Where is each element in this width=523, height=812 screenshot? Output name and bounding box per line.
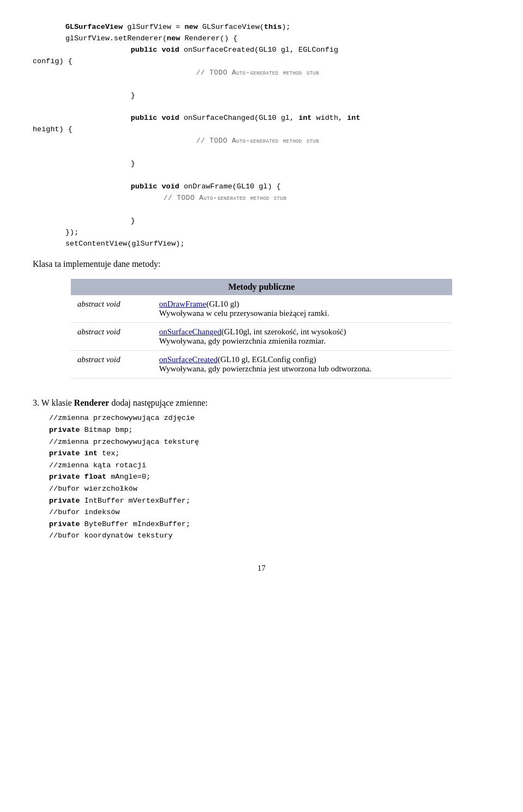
- method-link-onsurfacecreated[interactable]: onSurfaceCreated: [159, 355, 217, 364]
- table-row: abstract void onSurfaceChanged(GL10gl, i…: [71, 323, 452, 351]
- page-number: 17: [33, 564, 490, 573]
- table-cell-modifier-1: abstract void: [71, 295, 153, 323]
- method-desc-1: Wywoływana w celu przerysowania bieżącej…: [159, 309, 329, 318]
- table-header: Metody publiczne: [71, 279, 452, 295]
- code-block-top: GLSurfaceView glSurfView = new GLSurface…: [33, 22, 490, 249]
- method-sig-2: (GL10gl, int szerokość, int wysokość): [221, 327, 346, 336]
- section-number-3: 3. W klasie Renderer dodaj następujące z…: [33, 398, 490, 408]
- table-row: abstract void onSurfaceCreated(GL10 gl, …: [71, 351, 452, 378]
- renderer-bold: Renderer: [74, 398, 110, 407]
- table-cell-modifier-3: abstract void: [71, 351, 153, 378]
- table-cell-modifier-2: abstract void: [71, 323, 153, 351]
- prose-klasa: Klasa ta implementuje dane metody:: [33, 259, 490, 269]
- code-block-section3: //zmienna przechowywująca zdjęcie privat…: [49, 412, 490, 542]
- table-row: abstract void onDrawFrame(GL10 gl) Wywoł…: [71, 295, 452, 323]
- method-link-onsurfacechanged[interactable]: onSurfaceChanged: [159, 327, 221, 336]
- table-cell-desc-2: onSurfaceChanged(GL10gl, int szerokość, …: [153, 323, 452, 351]
- method-link-ondrawframe[interactable]: onDrawFrame: [159, 300, 206, 308]
- methods-table: Metody publiczne abstract void onDrawFra…: [71, 279, 452, 378]
- method-desc-2: Wywoływana, gdy powierzchnia zmieniła ro…: [159, 337, 326, 345]
- section-3: 3. W klasie Renderer dodaj następujące z…: [33, 398, 490, 542]
- table-cell-desc-3: onSurfaceCreated(GL10 gl, EGLConfig conf…: [153, 351, 452, 378]
- table-cell-desc-1: onDrawFrame(GL10 gl) Wywoływana w celu p…: [153, 295, 452, 323]
- method-sig-1: (GL10 gl): [206, 300, 239, 308]
- method-sig-3: (GL10 gl, EGLConfig config): [217, 355, 316, 364]
- page-content: GLSurfaceView glSurfView = new GLSurface…: [0, 0, 523, 606]
- method-desc-3: Wywoływana, gdy powierzchnia jest utworz…: [159, 364, 372, 373]
